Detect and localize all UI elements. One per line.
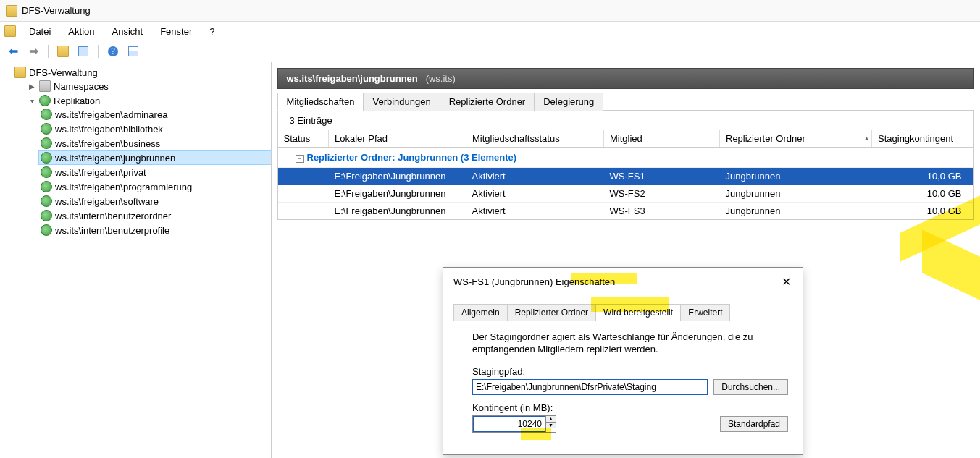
dialog-title-word: Eigenschaften — [556, 276, 615, 287]
nav-back-button[interactable]: ⬅ — [4, 43, 22, 59]
quota-spinner[interactable]: ▲ ▼ — [472, 415, 556, 433]
content-tabs: MitgliedschaftenVerbindungenReplizierte … — [277, 92, 975, 111]
cell-staging: 10,0 GB — [872, 185, 973, 203]
dialog-titlebar[interactable]: WS-FS1 (Jungbrunnen) Eigenschaften ✕ — [443, 268, 803, 290]
tree-namespaces-label: Namespaces — [54, 81, 109, 92]
toolbar-help-button[interactable]: ? — [104, 43, 122, 59]
chevron-down-icon[interactable]: ▾ — [28, 97, 36, 105]
tree-item-label: ws.its\freigaben\programmierung — [55, 182, 192, 192]
tree-repl-item[interactable]: ws.its\freigaben\software — [39, 195, 271, 208]
menu-datei[interactable]: Datei — [22, 24, 58, 39]
replication-icon — [41, 166, 52, 178]
sort-asc-icon: ▴ — [865, 134, 868, 142]
arrow-right-icon: ➡ — [29, 44, 38, 58]
dialog-tab[interactable]: Erweitert — [680, 304, 730, 321]
menu-fenster[interactable]: Fenster — [153, 24, 199, 39]
dialog-tab[interactable]: Allgemein — [453, 304, 508, 321]
cell-member: WS-FS2 — [604, 185, 720, 203]
menubar: Datei Aktion Ansicht Fenster ? — [0, 22, 980, 41]
header-domain: (ws.its) — [426, 73, 456, 84]
toolbar-newfolder-button[interactable] — [54, 43, 72, 59]
col-header[interactable]: Status — [278, 130, 329, 148]
members-table[interactable]: StatusLokaler PfadMitgliedschaftsstatusM… — [278, 130, 974, 219]
cell-local-path: E:\Freigaben\Jungbrunnen — [329, 185, 466, 203]
dialog-tab[interactable]: Replizierter Ordner — [507, 304, 596, 321]
tree-item-label: ws.its\freigaben\privat — [55, 167, 146, 178]
staging-path-input[interactable] — [472, 379, 708, 395]
browse-button[interactable]: Durchsuchen... — [713, 379, 788, 395]
tree-repl-item[interactable]: ws.its\freigaben\adminarea — [39, 108, 271, 121]
dialog-tab[interactable]: Wird bereitgestellt — [595, 304, 681, 321]
table-row[interactable]: E:\Freigaben\JungbrunnenAktiviertWS-FS1J… — [278, 168, 973, 185]
cell-member: WS-FS1 — [604, 168, 720, 185]
tab-replizierte ordner[interactable]: Replizierte Ordner — [440, 93, 535, 111]
replication-icon — [41, 137, 52, 149]
cell-status — [278, 168, 329, 185]
tree-repl-item[interactable]: ws.its\freigaben\privat — [39, 166, 271, 179]
tree-replication-label: Replikation — [54, 96, 100, 106]
col-header[interactable]: Stagingkontingent — [872, 130, 973, 148]
tree-item-label: ws.its\freigaben\adminarea — [55, 109, 167, 120]
chevron-right-icon[interactable]: ▶ — [28, 82, 36, 90]
replication-icon — [39, 95, 51, 106]
cell-mstatus: Aktiviert — [466, 168, 604, 185]
replication-icon — [41, 210, 52, 221]
group-header[interactable]: −Replizierter Ordner: Jungbrunnen (3 Ele… — [278, 148, 973, 168]
members-table-wrap: StatusLokaler PfadMitgliedschaftsstatusM… — [277, 130, 975, 220]
tree-repl-item[interactable]: ws.its\freigaben\business — [39, 137, 271, 150]
menubar-icon — [4, 25, 16, 37]
replication-icon — [41, 123, 52, 135]
col-header[interactable]: Mitglied — [604, 130, 720, 148]
nav-forward-button[interactable]: ➡ — [25, 43, 42, 59]
replication-icon — [41, 181, 52, 192]
tree-item-label: ws.its\freigaben\software — [55, 196, 159, 207]
menu-aktion[interactable]: Aktion — [61, 24, 101, 39]
menu-ansicht[interactable]: Ansicht — [105, 24, 151, 39]
cell-rfolder: Jungbrunnen — [720, 168, 872, 185]
tree-repl-item[interactable]: ws.its\freigaben\bibliothek — [39, 122, 271, 135]
folder-icon — [14, 67, 26, 78]
tree-repl-item[interactable]: ws.its\intern\benutzerprofile — [39, 224, 271, 237]
dialog-title: WS-FS1 (Jungbrunnen) Eigenschaften — [453, 276, 615, 287]
table-row[interactable]: E:\Freigaben\JungbrunnenAktiviertWS-FS3J… — [278, 203, 973, 220]
folder-icon — [57, 46, 69, 57]
col-header[interactable]: Lokaler Pfad — [329, 130, 466, 148]
help-icon: ? — [108, 46, 118, 56]
collapse-icon[interactable]: − — [296, 155, 304, 163]
cell-local-path: E:\Freigaben\Jungbrunnen — [329, 168, 466, 185]
tree-repl-item[interactable]: ws.its\freigaben\jungbrunnen — [39, 151, 271, 164]
cell-status — [278, 185, 329, 203]
tree-replication[interactable]: ▾ Replikation — [26, 94, 271, 107]
view-icon — [128, 46, 138, 56]
tree-item-label: ws.its\freigaben\jungbrunnen — [55, 153, 175, 164]
tree-root[interactable]: DFS-Verwaltung — [13, 66, 271, 79]
replication-icon — [41, 109, 52, 120]
quota-input[interactable] — [473, 416, 545, 432]
highlight-annotation — [922, 229, 980, 300]
dialog-body: Der Stagingordner agiert als Warteschlan… — [443, 321, 803, 454]
properties-dialog[interactable]: WS-FS1 (Jungbrunnen) Eigenschaften ✕ All… — [443, 267, 803, 455]
tree-repl-item[interactable]: ws.its\intern\benutzerordner — [39, 209, 271, 222]
replication-icon — [41, 224, 52, 236]
toolbar-view-button[interactable] — [125, 43, 142, 59]
tree-namespaces[interactable]: ▶ Namespaces — [26, 80, 271, 93]
cell-rfolder: Jungbrunnen — [720, 185, 872, 203]
tab-delegierung[interactable]: Delegierung — [534, 93, 603, 111]
staging-description: Der Stagingordner agiert als Warteschlan… — [472, 331, 788, 356]
tree-repl-item[interactable]: ws.its\freigaben\programmierung — [39, 180, 271, 193]
col-header[interactable]: Mitgliedschaftsstatus — [466, 130, 604, 148]
default-path-button[interactable]: Standardpfad — [720, 416, 788, 432]
close-button[interactable]: ✕ — [777, 273, 795, 290]
tab-verbindungen[interactable]: Verbindungen — [363, 93, 440, 111]
quota-label: Kontingent (in MB): — [472, 402, 788, 413]
table-row[interactable]: E:\Freigaben\JungbrunnenAktiviertWS-FS2J… — [278, 185, 973, 203]
menu-help[interactable]: ? — [202, 24, 222, 39]
quota-up-button[interactable]: ▲ — [546, 416, 556, 423]
quota-down-button[interactable]: ▼ — [546, 423, 556, 428]
toolbar-properties-button[interactable] — [75, 43, 92, 59]
tree-pane[interactable]: DFS-Verwaltung ▶ Namespaces ▾ — [0, 62, 272, 458]
cell-staging: 10,0 GB — [872, 203, 973, 220]
col-header[interactable]: Replizierter Ordner▴ — [720, 130, 872, 148]
tab-mitgliedschaften[interactable]: Mitgliedschaften — [277, 93, 364, 111]
dialog-title-prefix: WS-FS1 (Jungbrunnen) — [453, 276, 556, 287]
